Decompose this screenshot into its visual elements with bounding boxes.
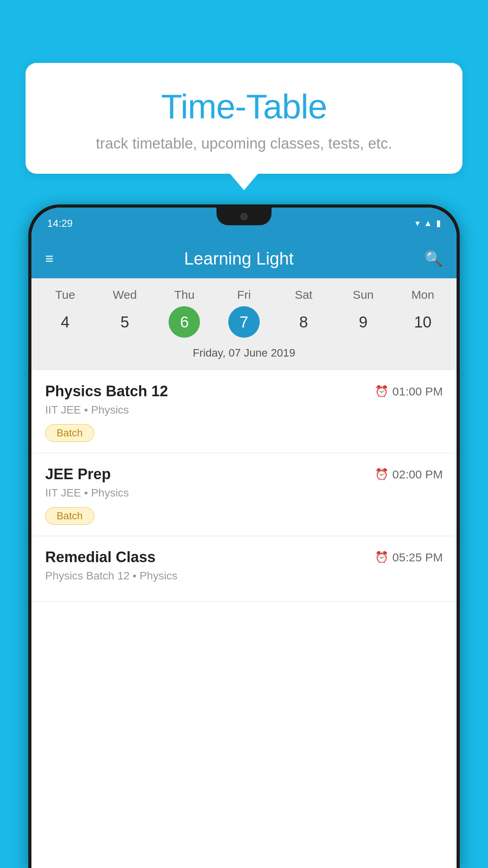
- phone-inner: 14:29 ▾ ▲ ▮ ≡ Learning Light 🔍: [31, 208, 457, 868]
- battery-icon: ▮: [436, 218, 441, 228]
- selected-date-label: Friday, 07 June 2019: [35, 344, 453, 366]
- schedule-time: ⏰ 01:00 PM: [375, 385, 443, 398]
- speech-bubble-container: Time-Table track timetable, upcoming cla…: [26, 63, 462, 174]
- day-name: Mon: [411, 288, 434, 302]
- calendar-strip: Tue4Wed5Thu6Fri7Sat8Sun9Mon10 Friday, 07…: [31, 278, 457, 370]
- clock-icon: ⏰: [375, 468, 389, 481]
- schedule-subtitle: IIT JEE • Physics: [45, 404, 443, 416]
- schedule-title: Physics Batch 12: [45, 383, 168, 400]
- day-name: Tue: [55, 288, 75, 302]
- day-name: Sun: [353, 288, 374, 302]
- calendar-day-10[interactable]: Mon10: [397, 288, 448, 338]
- app-bar: ≡ Learning Light 🔍: [31, 239, 457, 278]
- bubble-subtitle: track timetable, upcoming classes, tests…: [45, 135, 443, 152]
- signal-icon: ▲: [424, 218, 432, 228]
- schedule-area: Physics Batch 12 ⏰ 01:00 PM IIT JEE • Ph…: [31, 370, 457, 601]
- batch-badge: Batch: [45, 424, 94, 442]
- calendar-day-8[interactable]: Sat8: [278, 288, 329, 338]
- status-icons: ▾ ▲ ▮: [415, 218, 441, 228]
- calendar-day-7[interactable]: Fri7: [218, 288, 270, 338]
- day-number[interactable]: 6: [169, 306, 200, 338]
- schedule-item-header: Physics Batch 12 ⏰ 01:00 PM: [45, 383, 443, 400]
- day-number[interactable]: 8: [288, 306, 319, 338]
- schedule-item[interactable]: Remedial Class ⏰ 05:25 PM Physics Batch …: [31, 536, 457, 601]
- day-name: Thu: [174, 288, 194, 302]
- schedule-time: ⏰ 05:25 PM: [375, 551, 443, 564]
- day-number[interactable]: 4: [50, 306, 81, 338]
- day-name: Sat: [295, 288, 312, 302]
- status-bar: 14:29 ▾ ▲ ▮: [31, 208, 457, 239]
- calendar-day-5[interactable]: Wed5: [99, 288, 150, 338]
- day-number[interactable]: 10: [407, 306, 438, 338]
- schedule-item-header: JEE Prep ⏰ 02:00 PM: [45, 466, 443, 483]
- clock-icon: ⏰: [375, 551, 389, 564]
- status-time: 14:29: [47, 217, 73, 230]
- calendar-day-6[interactable]: Thu6: [159, 288, 210, 338]
- schedule-item-header: Remedial Class ⏰ 05:25 PM: [45, 549, 443, 566]
- calendar-day-4[interactable]: Tue4: [40, 288, 91, 338]
- calendar-day-9[interactable]: Sun9: [338, 288, 389, 338]
- day-number[interactable]: 9: [347, 306, 379, 338]
- days-row: Tue4Wed5Thu6Fri7Sat8Sun9Mon10: [35, 288, 453, 338]
- camera-dot: [240, 213, 248, 220]
- clock-icon: ⏰: [375, 385, 389, 398]
- notch: [216, 208, 272, 225]
- day-name: Fri: [237, 288, 251, 302]
- menu-icon[interactable]: ≡: [45, 252, 53, 266]
- schedule-time: ⏰ 02:00 PM: [375, 468, 443, 481]
- day-name: Wed: [113, 288, 137, 302]
- wifi-icon: ▾: [415, 218, 420, 228]
- schedule-title: Remedial Class: [45, 549, 156, 566]
- phone-frame: 14:29 ▾ ▲ ▮ ≡ Learning Light 🔍: [28, 204, 460, 868]
- batch-badge: Batch: [45, 507, 94, 525]
- schedule-item[interactable]: Physics Batch 12 ⏰ 01:00 PM IIT JEE • Ph…: [31, 370, 457, 453]
- speech-bubble: Time-Table track timetable, upcoming cla…: [26, 63, 462, 174]
- phone-screen: 14:29 ▾ ▲ ▮ ≡ Learning Light 🔍: [31, 208, 457, 868]
- bubble-title: Time-Table: [45, 86, 443, 127]
- search-icon[interactable]: 🔍: [424, 250, 443, 267]
- day-number[interactable]: 5: [109, 306, 141, 338]
- schedule-title: JEE Prep: [45, 466, 111, 483]
- day-number[interactable]: 7: [228, 306, 260, 338]
- app-title: Learning Light: [65, 249, 413, 268]
- schedule-item[interactable]: JEE Prep ⏰ 02:00 PM IIT JEE • Physics Ba…: [31, 453, 457, 536]
- schedule-subtitle: Physics Batch 12 • Physics: [45, 570, 443, 582]
- schedule-subtitle: IIT JEE • Physics: [45, 487, 443, 499]
